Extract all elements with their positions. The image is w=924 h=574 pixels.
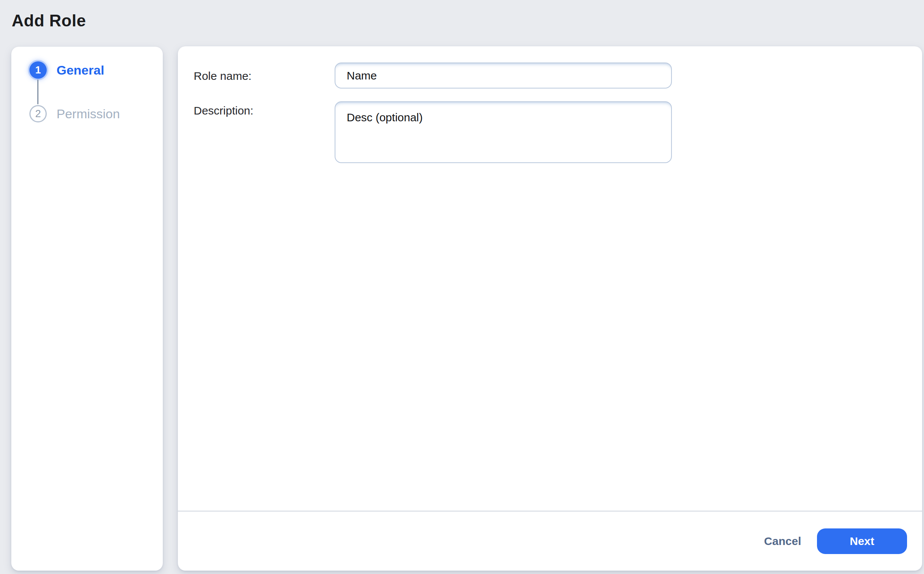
stepper-step-general[interactable]: 1 General — [29, 62, 104, 79]
next-button[interactable]: Next — [817, 528, 907, 554]
step-1-label: General — [57, 62, 104, 79]
footer-action-bar: Cancel Next — [178, 511, 922, 571]
page-title: Add Role — [12, 11, 86, 30]
step-2-label: Permission — [57, 105, 120, 122]
stepper-sidebar: 1 General 2 Permission — [11, 47, 163, 571]
stepper-connector-line — [37, 79, 38, 104]
description-label: Description: — [194, 104, 253, 117]
cancel-button[interactable]: Cancel — [763, 531, 802, 551]
step-2-number-badge: 2 — [29, 105, 47, 122]
role-name-input[interactable] — [335, 63, 672, 88]
step-1-number-badge: 1 — [29, 62, 47, 79]
description-textarea[interactable]: Desc (optional) — [335, 101, 672, 163]
role-name-label: Role name: — [194, 70, 251, 82]
stepper-step-permission[interactable]: 2 Permission — [29, 105, 120, 122]
add-role-form-panel: Role name: Description: Desc (optional) … — [178, 46, 922, 571]
